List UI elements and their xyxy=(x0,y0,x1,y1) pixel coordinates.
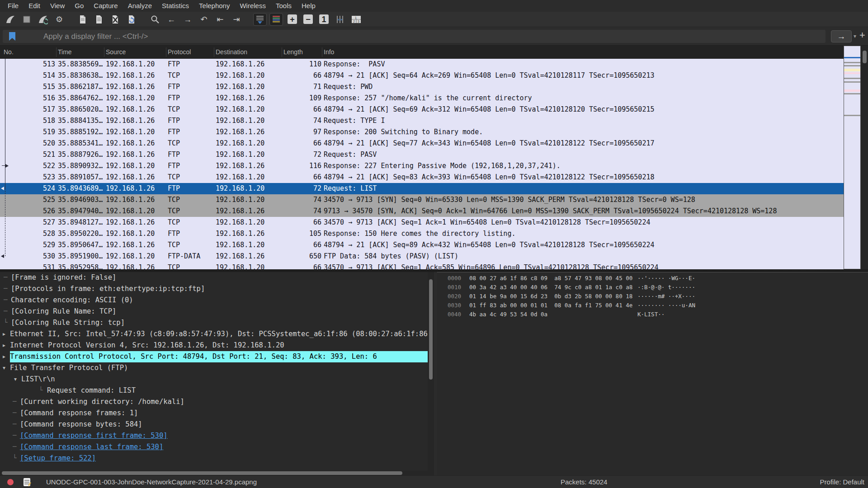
profile-selector[interactable]: Profile: Default xyxy=(820,476,864,488)
details-tree-item[interactable]: ▸Transmission Control Protocol, Src Port… xyxy=(0,351,428,362)
column-layout-icon[interactable]: 123 xyxy=(349,13,363,26)
collapsed-arrow-icon[interactable]: ▸ xyxy=(3,328,5,340)
details-tree-item[interactable]: ▾LIST\r\n xyxy=(0,374,428,385)
filter-bookmark-icon[interactable] xyxy=(9,32,15,41)
packet-row[interactable]: 51535.8862187…192.168.1.26FTP192.168.1.2… xyxy=(0,81,844,93)
column-header-protocol[interactable]: Protocol xyxy=(168,46,191,59)
hex-row[interactable]: 00404b aa 4c 49 53 54 0d 0aK·LIST·· xyxy=(437,310,868,319)
column-header-length[interactable]: Length xyxy=(283,46,303,59)
collapsed-arrow-icon[interactable]: ▸ xyxy=(3,340,5,351)
column-header-destination[interactable]: Destination xyxy=(216,46,247,59)
packet-row[interactable]: 52635.8947940…192.168.1.20TCP192.168.1.2… xyxy=(0,206,844,217)
packet-row[interactable]: 52835.8950220…192.168.1.20FTP192.168.1.2… xyxy=(0,228,844,239)
apply-filter-button[interactable]: → xyxy=(831,30,852,42)
file-save-icon[interactable] xyxy=(92,13,106,26)
packet-row[interactable]: 51435.8838638…192.168.1.26TCP192.168.1.2… xyxy=(0,70,844,81)
column-header-time[interactable]: Time xyxy=(58,46,72,59)
auto-scroll-toggle-icon[interactable] xyxy=(253,13,267,26)
menu-go[interactable]: Go xyxy=(70,0,89,12)
capture-restart-icon[interactable] xyxy=(36,13,50,26)
expanded-arrow-icon[interactable]: ▾ xyxy=(14,374,17,385)
column-separator[interactable] xyxy=(56,47,57,57)
details-item[interactable]: ─[Frame is ignored: False] xyxy=(0,272,428,283)
menu-telephony[interactable]: Telephony xyxy=(194,0,235,12)
zoom-normal-icon[interactable]: 1 xyxy=(319,14,329,24)
go-back-icon[interactable]: ← xyxy=(165,13,178,26)
hex-row[interactable]: 003001 ff 83 ab 00 00 01 01 08 0a fa f1 … xyxy=(437,301,868,310)
packet-row[interactable]: 52135.8887926…192.168.1.26FTP192.168.1.2… xyxy=(0,149,844,160)
details-link[interactable]: [Command response first frame: 530] xyxy=(20,430,168,441)
go-last-packet-icon[interactable]: ⇥ xyxy=(230,13,243,26)
file-open-icon[interactable] xyxy=(76,13,90,26)
packet-row[interactable]: 51335.8838569…192.168.1.20FTP192.168.1.2… xyxy=(0,59,844,70)
hex-row[interactable]: 002001 14 be 9a 00 15 6d 23 0b d3 2b 58 … xyxy=(437,292,868,301)
packet-row[interactable]: 53135.8952958…192.168.1.26TCP192.168.1.2… xyxy=(0,262,844,269)
packet-row[interactable]: 51835.8884135…192.168.1.26FTP192.168.1.2… xyxy=(0,115,844,127)
filter-dropdown-caret-icon[interactable]: ▾ xyxy=(854,33,856,39)
go-first-packet-icon[interactable]: ⇤ xyxy=(213,13,227,26)
column-header-no[interactable]: No. xyxy=(4,46,14,59)
details-horizontal-scrollbar[interactable] xyxy=(0,471,434,475)
column-header-info[interactable]: Info xyxy=(324,46,334,59)
file-reload-icon[interactable] xyxy=(125,13,138,26)
menu-file[interactable]: File xyxy=(3,0,24,12)
details-link[interactable]: [Command response last frame: 530] xyxy=(20,441,163,453)
go-forward-icon[interactable]: → xyxy=(181,13,194,26)
details-horizontal-scrollbar-thumb[interactable] xyxy=(2,471,402,475)
menu-help[interactable]: Help xyxy=(297,0,321,12)
column-header-source[interactable]: Source xyxy=(106,46,126,59)
menu-wireless[interactable]: Wireless xyxy=(235,0,271,12)
resize-columns-icon[interactable] xyxy=(333,13,347,26)
expert-info-icon[interactable] xyxy=(7,479,14,485)
menu-view[interactable]: View xyxy=(45,0,70,12)
menu-capture[interactable]: Capture xyxy=(89,0,123,12)
packet-row[interactable]: 52235.8890932…192.168.1.20FTP192.168.1.2… xyxy=(0,160,844,172)
packet-row[interactable]: 52735.8948127…192.168.1.26TCP192.168.1.2… xyxy=(0,217,844,228)
go-to-packet-icon[interactable]: ↶ xyxy=(197,13,211,26)
packet-row[interactable]: 52035.8885341…192.168.1.26TCP192.168.1.2… xyxy=(0,138,844,149)
column-separator[interactable] xyxy=(104,47,104,57)
packet-row[interactable]: 52935.8950647…192.168.1.26TCP192.168.1.2… xyxy=(0,239,844,251)
packet-row[interactable]: 53035.8951900…192.168.1.20FTP-DATA192.16… xyxy=(0,251,844,262)
colorize-toggle-icon[interactable] xyxy=(269,13,283,26)
packet-list-scrollbar-thumb[interactable] xyxy=(863,51,867,63)
column-separator[interactable] xyxy=(282,47,282,57)
details-scrollbar-thumb[interactable] xyxy=(429,279,433,380)
details-item[interactable]: ─[Current working directory: /home/kali] xyxy=(0,396,428,408)
details-scrollbar[interactable] xyxy=(428,272,434,471)
details-item[interactable]: ─[Protocols in frame: eth:ethertype:ip:t… xyxy=(0,283,428,295)
menu-analyze[interactable]: Analyze xyxy=(123,0,157,12)
expanded-arrow-icon[interactable]: ▾ xyxy=(3,362,5,374)
collapsed-arrow-icon[interactable]: ▸ xyxy=(3,351,5,362)
find-packet-icon[interactable] xyxy=(148,13,162,26)
details-tree-item[interactable]: ▸Ethernet II, Src: Intel_57:47:93 (c8:09… xyxy=(0,328,428,340)
packet-row[interactable]: 51635.8864762…192.168.1.20FTP192.168.1.2… xyxy=(0,93,844,104)
details-item[interactable]: └[Coloring Rule String: tcp] xyxy=(0,317,428,328)
packet-row[interactable]: 51735.8865020…192.168.1.26TCP192.168.1.2… xyxy=(0,104,844,115)
packet-list-scrollbar[interactable] xyxy=(861,46,868,269)
menu-statistics[interactable]: Statistics xyxy=(157,0,194,12)
details-item[interactable]: ─Character encoding: ASCII (0) xyxy=(0,295,428,306)
capture-stop-icon[interactable] xyxy=(20,13,33,26)
details-item[interactable]: ─[Command response bytes: 584] xyxy=(0,419,428,430)
menu-edit[interactable]: Edit xyxy=(24,0,45,12)
details-item[interactable]: ─[Coloring Rule Name: TCP] xyxy=(0,306,428,317)
details-item[interactable]: ─[Command response first frame: 530] xyxy=(0,430,428,441)
capture-start-icon[interactable] xyxy=(4,13,17,26)
zoom-out-icon[interactable]: − xyxy=(303,14,313,24)
hex-row[interactable]: 001000 3a 42 a3 40 00 40 06 74 9c c0 a8 … xyxy=(437,283,868,292)
zoom-in-icon[interactable]: + xyxy=(288,14,297,24)
display-filter-input[interactable]: Apply a display filter ... <Ctrl-/> xyxy=(3,30,826,43)
details-item[interactable]: ─[Command response last frame: 530] xyxy=(0,441,428,453)
capture-comment-icon[interactable] xyxy=(24,478,30,486)
packet-row[interactable]: 51935.8885192…192.168.1.20FTP192.168.1.2… xyxy=(0,127,844,138)
column-separator[interactable] xyxy=(214,47,214,57)
details-item[interactable]: ─[Command response frames: 1] xyxy=(0,408,428,419)
file-close-icon[interactable] xyxy=(108,13,122,26)
details-item[interactable]: └[Setup frame: 522] xyxy=(0,453,428,464)
menu-tools[interactable]: Tools xyxy=(271,0,297,12)
details-tree-item[interactable]: ▸Internet Protocol Version 4, Src: 192.1… xyxy=(0,340,428,351)
packet-row[interactable]: 52335.8891057…192.168.1.26TCP192.168.1.2… xyxy=(0,172,844,183)
column-separator[interactable] xyxy=(166,47,166,57)
packet-row[interactable]: 52535.8946903…192.168.1.26TCP192.168.1.2… xyxy=(0,194,844,206)
